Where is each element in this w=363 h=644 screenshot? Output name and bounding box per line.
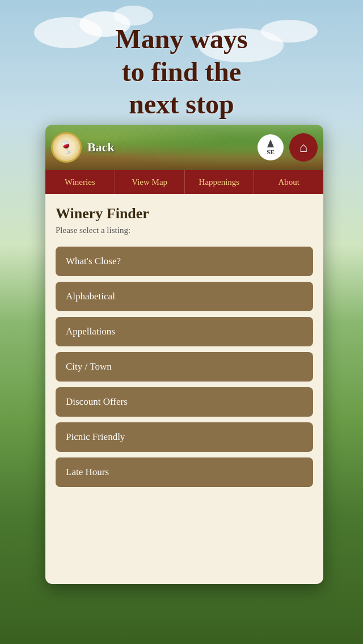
phone-frame: 🍷 Back SE ⌂ Wineries View Map Happenings… (45, 125, 323, 584)
tab-happenings[interactable]: Happenings (185, 170, 255, 194)
listing-whats-close[interactable]: What's Close? (56, 247, 313, 276)
logo-button[interactable]: 🍷 (51, 132, 82, 163)
compass-needle-icon (267, 139, 274, 147)
compass-direction: SE (267, 149, 274, 155)
page-title: Winery Finder (56, 205, 313, 222)
tab-wineries[interactable]: Wineries (45, 170, 115, 194)
back-button[interactable]: Back (87, 140, 252, 155)
page-subtitle: Please select a listing: (56, 226, 313, 235)
listing-discount-offers[interactable]: Discount Offers (56, 387, 313, 417)
compass-button[interactable]: SE (258, 134, 284, 160)
content-area: Winery Finder Please select a listing: W… (45, 194, 323, 584)
home-icon: ⌂ (299, 140, 307, 155)
headline: Many ways to find the next stop (0, 23, 363, 121)
listing-alphabetical[interactable]: Alphabetical (56, 282, 313, 311)
home-button[interactable]: ⌂ (289, 133, 318, 162)
headline-line2: to find the (122, 57, 242, 87)
header-bar: 🍷 Back SE ⌂ (45, 125, 323, 170)
tab-about[interactable]: About (254, 170, 323, 194)
listing-picnic-friendly[interactable]: Picnic Friendly (56, 422, 313, 452)
headline-line1: Many ways (115, 24, 247, 54)
listing-late-hours[interactable]: Late Hours (56, 457, 313, 487)
header-image: 🍷 Back SE ⌂ (45, 125, 323, 170)
listing-appellations[interactable]: Appellations (56, 317, 313, 346)
headline-line3: next stop (129, 89, 234, 119)
wine-glass-icon: 🍷 (57, 138, 76, 157)
listing-city-town[interactable]: City / Town (56, 352, 313, 382)
tab-view-map[interactable]: View Map (115, 170, 185, 194)
nav-tabs: Wineries View Map Happenings About (45, 170, 323, 194)
